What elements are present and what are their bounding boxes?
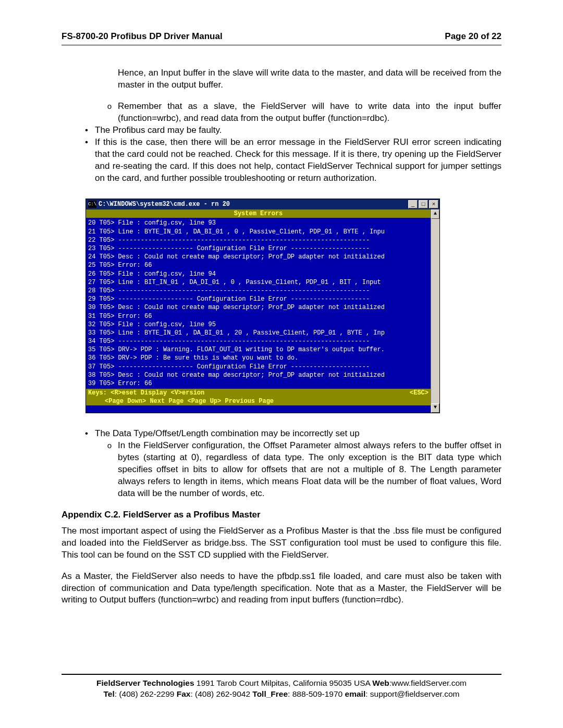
body: Hence, an Input buffer in the slave will… — [62, 67, 501, 606]
footer-fax-label: Fax — [177, 689, 191, 698]
footer-email-value: : support@fieldserver.com — [365, 689, 459, 698]
bullet-datatype: The Data Type/Offset/Length combination … — [62, 428, 501, 440]
footer-line-1: FieldServer Technologies 1991 Tarob Cour… — [62, 678, 501, 689]
scrollbar[interactable]: ▲ ▼ — [431, 209, 439, 413]
page-header: FS-8700-20 Profibus DP Driver Manual Pag… — [62, 31, 501, 45]
content-area: FS-8700-20 Profibus DP Driver Manual Pag… — [62, 31, 501, 615]
footer-fax-value: : (408) 262-9042 — [190, 689, 252, 698]
dot-bullet-icon — [78, 125, 95, 137]
system-errors-header: System Errors — [86, 209, 431, 218]
page: FS-8700-20 Profibus DP Driver Manual Pag… — [0, 0, 563, 728]
dot-bullet-icon — [78, 137, 95, 184]
cmd-title-text: C:\WINDOWS\system32\cmd.exe - rn 20 — [99, 200, 230, 208]
sub-bullet-text: Remember that as a slave, the FieldServe… — [118, 101, 501, 125]
circle-bullet-icon — [101, 440, 118, 500]
bullet-error-message: If this is the case, then there will be … — [62, 137, 501, 184]
footer-line-2: Tel: (408) 262-2299 Fax: (408) 262-9042 … — [62, 689, 501, 700]
scroll-up-icon[interactable]: ▲ — [431, 209, 439, 219]
sub-bullet-remember: Remember that as a slave, the FieldServe… — [62, 101, 501, 125]
footer-tel-label: Tel — [104, 689, 115, 698]
close-button[interactable]: × — [429, 200, 438, 208]
footer-tel-value: : (408) 262-2299 — [115, 689, 177, 698]
terminal-output: 20 T05> File : config.csv, line 93 21 T0… — [86, 218, 431, 389]
footer-web-label: Web — [372, 678, 389, 687]
cmd-footer-paging: <Page Down> Next Page <Page Up> Previous… — [86, 397, 431, 405]
sub-bullet-offset: In the FieldServer configuration, the Of… — [62, 440, 501, 500]
cmd-bottom-gap — [86, 405, 431, 413]
appendix-heading: Appendix C.2. FieldServer as a Profibus … — [62, 509, 501, 521]
footer-email-label: email — [345, 689, 366, 698]
footer-company: FieldServer Technologies — [96, 678, 194, 687]
footer-keys-esc: <ESC> — [410, 389, 429, 397]
dot-bullet-icon — [78, 428, 95, 440]
cmd-body: System Errors 20 T05> File : config.csv,… — [86, 209, 431, 413]
cmd-titlebar[interactable]: C:\ C:\WINDOWS\system32\cmd.exe - rn 20 … — [86, 199, 439, 209]
bullet-text: The Data Type/Offset/Length combination … — [95, 428, 501, 440]
circle-bullet-icon — [101, 101, 118, 125]
bullet-text: The Profibus card may be faulty. — [95, 125, 501, 137]
appendix-para-2: As a Master, the FieldServer also needs … — [62, 571, 501, 607]
sub-bullet-text: In the FieldServer configuration, the Of… — [118, 440, 501, 500]
cmd-footer-keys: Keys: <R>eset Display <V>ersion <ESC> — [86, 389, 431, 397]
cmd-window: C:\ C:\WINDOWS\system32\cmd.exe - rn 20 … — [85, 199, 440, 413]
page-number: Page 20 of 22 — [445, 31, 501, 42]
footer-web-value: :www.fieldServer.com — [389, 678, 467, 687]
footer-toll-value: : 888-509-1970 — [288, 689, 345, 698]
footer-toll-label: Toll_Free — [252, 689, 288, 698]
scroll-down-icon[interactable]: ▼ — [431, 403, 439, 413]
appendix-para-1: The most important aspect of using the F… — [62, 525, 501, 561]
page-footer: FieldServer Technologies 1991 Tarob Cour… — [62, 674, 501, 700]
bullet-text: If this is the case, then there will be … — [95, 137, 501, 184]
intro-para: Hence, an Input buffer in the slave will… — [62, 67, 501, 91]
manual-title: FS-8700-20 Profibus DP Driver Manual — [62, 31, 223, 42]
maximize-button[interactable]: □ — [419, 200, 428, 208]
minimize-button[interactable]: _ — [408, 200, 418, 208]
cmd-icon: C:\ — [88, 201, 96, 208]
footer-keys-left: Keys: <R>eset Display <V>ersion — [88, 389, 204, 397]
footer-address: 1991 Tarob Court Milpitas, California 95… — [194, 678, 373, 687]
bullet-card-faulty: The Profibus card may be faulty. — [62, 125, 501, 137]
